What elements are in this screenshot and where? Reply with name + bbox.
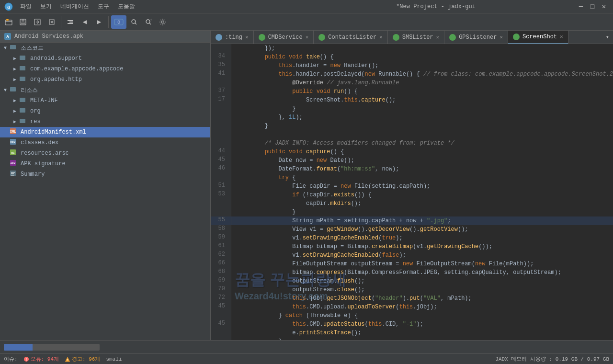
dex-file-icon: DEX — [9, 138, 17, 147]
line-text: public void capture() { — [231, 148, 613, 156]
line-number — [211, 104, 231, 113]
tree-item-res[interactable]: ▶ res — [0, 116, 210, 127]
code-line: 70 outputStream.close(); — [211, 285, 613, 294]
line-number — [211, 208, 231, 216]
tree-item-android[interactable]: ▶ android.support — [0, 53, 210, 64]
toolbar-indent[interactable] — [64, 15, 77, 29]
tab-ting[interactable]: :ting ✕ — [211, 31, 254, 44]
code-line: } catch (Throwable e) { — [211, 311, 613, 320]
memory-usage: JADX 메모리 사용량 : 0.19 GB / 0.97 GB — [495, 355, 609, 363]
menu-bar: 파일 보기 네비게이션 도구 도움말 — [16, 1, 296, 11]
line-text: Date now = new Date(); — [231, 156, 613, 165]
svg-rect-20 — [20, 56, 25, 60]
toolbar-class[interactable]: C — [111, 15, 126, 29]
tab-smslister[interactable]: SMSLister ✕ — [388, 31, 444, 44]
toolbar-search[interactable] — [127, 15, 141, 29]
toolbar: ◀ ▶ C + — [0, 13, 613, 31]
tree-item-apksig[interactable]: APK APK signature — [0, 159, 210, 169]
folder-icon — [18, 96, 27, 105]
line-number: 61 — [211, 242, 231, 251]
tree-item-summary[interactable]: Summary — [0, 169, 210, 180]
line-text: e.printStackTrace(); — [231, 329, 613, 337]
tree-item-sources[interactable]: ▼ 소스코드 — [0, 43, 210, 53]
tree-item-resources-arsc[interactable]: RC resources.arsc — [0, 148, 210, 159]
code-line: } — [211, 337, 613, 340]
line-text: FileOutputStream outputStream = new File… — [231, 260, 613, 268]
line-text: /* JADX INFO: Access modifiers changed f… — [231, 139, 613, 148]
line-number — [211, 113, 231, 122]
tab-gpslistener[interactable]: GPSListener ✕ — [444, 31, 508, 44]
project-header: A Android Services.apk — [0, 31, 210, 43]
tab-close[interactable]: ✕ — [245, 34, 249, 40]
tab-close[interactable]: ✕ — [379, 34, 383, 40]
line-text: File capDir = new File(setting.capPath); — [231, 182, 613, 191]
toolbar-open[interactable] — [2, 15, 15, 29]
line-number: 37 — [211, 87, 231, 96]
tab-contactslister[interactable]: ContactsLister ✕ — [314, 31, 387, 44]
tree-item-resources[interactable]: ▼ 리소스 — [0, 85, 210, 95]
folder-icon — [18, 117, 27, 126]
toolbar-export2[interactable] — [45, 15, 58, 29]
tree-item-apache[interactable]: ▶ org.apache.http — [0, 74, 210, 85]
line-number: 66 — [211, 260, 231, 268]
svg-text:!: ! — [67, 358, 69, 362]
code-line: 37 public void run() { — [211, 87, 613, 96]
window-title: *New Project - jadx-gui — [296, 3, 576, 10]
toolbar-save[interactable] — [16, 15, 30, 29]
code-line: 68 bitmap.compress(Bitmap.CompressFormat… — [211, 268, 613, 277]
toolbar-forward[interactable]: ▶ — [92, 15, 106, 29]
svg-text:a: a — [7, 5, 10, 10]
minimize-button[interactable]: ─ — [576, 1, 586, 12]
line-number: 69 — [211, 277, 231, 285]
tab-cmdservice[interactable]: CMDService ✕ — [254, 31, 314, 44]
tab-close[interactable]: ✕ — [560, 34, 563, 40]
maximize-button[interactable]: □ — [587, 1, 598, 12]
svg-rect-19 — [10, 45, 16, 49]
folder-icon — [9, 86, 17, 94]
tab-label: GPSListener — [459, 34, 497, 41]
menu-nav[interactable]: 네비게이션 — [57, 1, 93, 11]
menu-tools[interactable]: 도구 — [94, 1, 113, 11]
code-line: } — [211, 208, 613, 216]
toolbar-search2[interactable]: + — [142, 15, 155, 29]
tab-icon — [216, 34, 222, 41]
line-number: 62 — [211, 251, 231, 260]
tabs-overflow[interactable]: ▾ — [602, 34, 613, 41]
line-text: outputStream.close(); — [231, 285, 613, 294]
line-number — [211, 199, 231, 208]
line-text: this.handler.postDelayed(new Runnable() … — [231, 70, 613, 79]
toolbar-settings[interactable] — [156, 15, 170, 29]
arrow-icon: ▶ — [11, 56, 18, 61]
menu-view[interactable]: 보기 — [36, 1, 56, 11]
resources-arsc-label: resources.arsc — [21, 150, 69, 157]
tab-screenshot[interactable]: ScreenShot ✕ — [508, 31, 568, 44]
tree-item-example[interactable]: ▶ com.example.appcode.appcode — [0, 64, 210, 74]
tree-item-meta[interactable]: ▶ META-INF — [0, 95, 210, 106]
toolbar-back[interactable]: ◀ — [78, 15, 91, 29]
tab-icon — [393, 34, 399, 41]
svg-rect-2 — [5, 20, 12, 25]
svg-point-13 — [132, 20, 136, 23]
line-text: public void take() { — [231, 53, 613, 61]
tab-close[interactable]: ✕ — [306, 34, 309, 40]
arrow-icon: ▶ — [11, 66, 18, 72]
svg-point-16 — [162, 21, 164, 23]
close-button[interactable]: ✕ — [599, 1, 609, 12]
line-text: } — [231, 122, 613, 130]
tab-close[interactable]: ✕ — [499, 34, 503, 40]
svg-rect-6 — [21, 23, 25, 24]
tree-item-manifest[interactable]: XML AndroidManifest.xml — [0, 127, 210, 137]
menu-help[interactable]: 도움말 — [114, 1, 139, 11]
svg-rect-38 — [11, 175, 14, 176]
svg-rect-23 — [10, 87, 16, 91]
tab-close[interactable]: ✕ — [436, 34, 440, 40]
toolbar-export[interactable] — [31, 15, 44, 29]
line-text: View v1 = getWindow().getDecorView().get… — [231, 225, 613, 234]
arrow-icon: ▶ — [11, 98, 18, 103]
tree-item-org[interactable]: ▶ org — [0, 106, 210, 116]
menu-file[interactable]: 파일 — [16, 1, 35, 11]
tree-item-classes[interactable]: DEX classes.dex — [0, 137, 210, 148]
code-content-area[interactable]: 꿈을 꾸는파랑새 Wezard4u!story.com }); 34 publi… — [211, 44, 613, 340]
resources-label: 리소스 — [21, 86, 38, 94]
code-line: 45 Date now = new Date(); — [211, 156, 613, 165]
